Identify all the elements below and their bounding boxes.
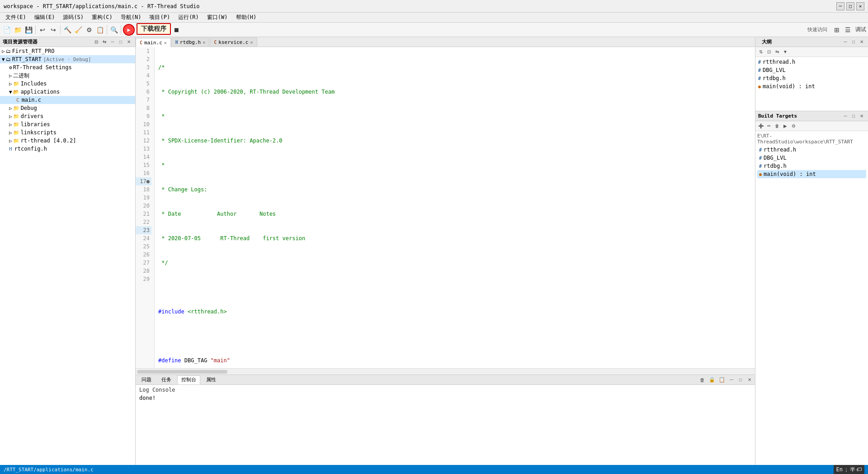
menu-edit[interactable]: 编辑(E) bbox=[31, 13, 59, 22]
menu-navigate[interactable]: 导航(N) bbox=[117, 13, 145, 22]
tree-item-applications[interactable]: ▼ 📂 applications bbox=[0, 88, 135, 96]
outline-close-button[interactable]: ✕ bbox=[858, 38, 865, 46]
minimize-button[interactable]: ─ bbox=[836, 2, 844, 10]
new-button[interactable]: 📄 bbox=[2, 25, 12, 35]
folder-icon-applications: 📂 bbox=[13, 89, 19, 95]
bt-delete-button[interactable]: 🗑 bbox=[774, 123, 781, 130]
tree-item-linkscripts[interactable]: ▷ 📁 linkscripts bbox=[0, 128, 135, 137]
bt-item-rtthread-h[interactable]: # rtthread.h bbox=[757, 146, 866, 154]
clean-button[interactable]: 🧹 bbox=[73, 25, 83, 35]
tree-item-binary[interactable]: ▷ 二进制 bbox=[0, 71, 135, 80]
tree-item-drivers[interactable]: ▷ 📁 drivers bbox=[0, 112, 135, 120]
console-scroll-lock-button[interactable]: 🔒 bbox=[708, 376, 716, 384]
line-num-15: 15 bbox=[136, 161, 151, 169]
settings-button[interactable]: ⚙ bbox=[84, 25, 94, 35]
debug-pause-button[interactable]: ⏸ bbox=[160, 25, 170, 35]
outline-hide-button[interactable]: ⊡ bbox=[765, 48, 773, 56]
outline-link-button[interactable]: ⇆ bbox=[774, 48, 781, 56]
menu-refactor[interactable]: 重构(C) bbox=[88, 13, 116, 22]
tab-close-main-c[interactable]: ✕ bbox=[164, 40, 167, 45]
undo-button[interactable]: ↩ bbox=[38, 25, 47, 35]
outline-filter-button[interactable]: ▼ bbox=[782, 48, 789, 56]
build-button[interactable]: 🔨 bbox=[62, 25, 72, 35]
tree-item-includes[interactable]: ▷ 📁 Includes bbox=[0, 80, 135, 88]
tree-item-libraries[interactable]: ▷ 📁 libraries bbox=[0, 120, 135, 128]
code-editor[interactable]: 1 2 3 4 5 6 7 8 9 10 11 12 13 14 bbox=[136, 47, 755, 368]
tab-kservice-c[interactable]: C kservice.c ✕ bbox=[210, 38, 257, 47]
tab-outline[interactable]: 大纲 bbox=[758, 38, 775, 46]
bottom-tab-console[interactable]: 控制台 bbox=[177, 375, 200, 384]
tree-item-rt-settings[interactable]: ⚙ RT-Thread Settings bbox=[0, 63, 135, 71]
code-content[interactable]: /* * Copyright (c) 2006-2020, RT-Thread … bbox=[155, 47, 755, 368]
close-button[interactable]: ✕ bbox=[856, 2, 864, 10]
bt-item-rtdbg-h[interactable]: # rtdbg.h bbox=[757, 162, 866, 170]
menu-help[interactable]: 帮助(H) bbox=[232, 13, 260, 22]
line-num-1: 1 bbox=[136, 47, 151, 55]
bottom-tab-properties[interactable]: 属性 bbox=[202, 375, 220, 384]
bt-close-button[interactable]: ✕ bbox=[858, 113, 865, 120]
bottom-tab-problems[interactable]: 问题 bbox=[137, 375, 156, 384]
bt-minimize-button[interactable]: ─ bbox=[842, 113, 849, 120]
view-button[interactable]: ☰ bbox=[843, 25, 853, 35]
link-editor-button[interactable]: ⇆ bbox=[101, 38, 108, 46]
menu-window[interactable]: 窗口(W) bbox=[203, 13, 231, 22]
tree-item-rtt-start[interactable]: ▼ 🗂 RTT_START [Active · Debug] bbox=[0, 55, 135, 63]
line-num-11: 11 bbox=[136, 128, 151, 137]
tree-item-rt-thread[interactable]: ▷ 📁 rt-thread [4.0.2] bbox=[0, 137, 135, 145]
build-targets-title: Build Targets bbox=[758, 113, 797, 119]
outline-sort-button[interactable]: ⇅ bbox=[757, 48, 764, 56]
perspective-button[interactable]: ⊞ bbox=[832, 25, 842, 35]
tree-item-main-c[interactable]: C main.c bbox=[0, 96, 135, 104]
tab-close-kservice-c[interactable]: ✕ bbox=[250, 40, 253, 45]
properties-button[interactable]: 📋 bbox=[95, 25, 105, 35]
debug-stop-button[interactable]: ⏹ bbox=[171, 25, 181, 35]
outline-item-rtthread-h[interactable]: # rtthread.h bbox=[756, 58, 867, 66]
line-num-16: 16 bbox=[136, 169, 151, 177]
bt-edit-button[interactable]: ✏ bbox=[765, 123, 773, 130]
close-panel-button[interactable]: ✕ bbox=[125, 38, 132, 46]
tab-rtdbg-h[interactable]: H rtdbg.h ✕ bbox=[171, 38, 209, 47]
minimize-panel-button[interactable]: ─ bbox=[109, 38, 116, 46]
redo-button[interactable]: ↪ bbox=[48, 25, 58, 35]
console-copy-button[interactable]: 📋 bbox=[718, 376, 726, 384]
tab-main-c[interactable]: C main.c ✕ bbox=[136, 38, 171, 47]
outline-item-main-fn[interactable]: ● main(void) : int bbox=[756, 82, 867, 90]
bottom-tab-tasks[interactable]: 任务 bbox=[157, 375, 175, 384]
tree-item-first-rtt-pro[interactable]: ▷ 🗂 First_RTT_PRO bbox=[0, 47, 135, 55]
bt-new-button[interactable]: ➕ bbox=[757, 123, 764, 130]
console-close-button[interactable]: ✕ bbox=[746, 376, 753, 384]
bt-maximize-button[interactable]: □ bbox=[850, 113, 857, 120]
bt-item-main-fn[interactable]: ● main(void) : int bbox=[757, 170, 866, 178]
search-button[interactable]: 🔍 bbox=[109, 25, 119, 35]
bt-path: E\RT-ThreadStudio\workspace\RTT_START bbox=[757, 133, 866, 145]
run-download-button[interactable]: ▶ bbox=[123, 24, 135, 36]
outline-maximize-button[interactable]: □ bbox=[850, 38, 857, 46]
console-maximize-button[interactable]: □ bbox=[737, 376, 744, 384]
maximize-panel-button[interactable]: □ bbox=[117, 38, 124, 46]
tree-item-rtconfig[interactable]: H rtconfig.h bbox=[0, 145, 135, 153]
debug-play-button[interactable]: ▶ bbox=[150, 25, 160, 35]
outline-minimize-button[interactable]: ─ bbox=[842, 38, 849, 46]
editor-hscroll[interactable] bbox=[136, 368, 755, 374]
save-button[interactable]: 💾 bbox=[24, 25, 33, 35]
menu-file[interactable]: 文件(E) bbox=[2, 13, 30, 22]
input-method-badge[interactable]: En ； 半 🏷 bbox=[834, 465, 864, 474]
open-button[interactable]: 📁 bbox=[13, 25, 23, 35]
console-clear-button[interactable]: 🗑 bbox=[698, 376, 706, 384]
tree-item-debug[interactable]: ▷ 📁 Debug bbox=[0, 104, 135, 112]
bt-run-button[interactable]: ▶ bbox=[782, 123, 789, 130]
debug-prev-button[interactable]: ⏮ bbox=[139, 25, 149, 35]
outline-icon-dbg-lvl: # bbox=[758, 68, 761, 73]
tab-close-rtdbg-h[interactable]: ✕ bbox=[203, 40, 205, 45]
maximize-button[interactable]: □ bbox=[846, 2, 854, 10]
console-minimize-button[interactable]: ─ bbox=[728, 376, 735, 384]
menu-run[interactable]: 运行(R) bbox=[175, 13, 203, 22]
outline-label-rtthread: rtthread.h bbox=[763, 59, 795, 65]
outline-item-rtdbg-h[interactable]: # rtdbg.h bbox=[756, 74, 867, 82]
bt-item-dbg-lvl[interactable]: # DBG_LVL bbox=[757, 154, 866, 162]
menu-source[interactable]: 源码(S) bbox=[59, 13, 87, 22]
outline-item-dbg-lvl[interactable]: # DBG_LVL bbox=[756, 66, 867, 74]
menu-project[interactable]: 项目(P) bbox=[146, 13, 174, 22]
bt-settings-button[interactable]: ⚙ bbox=[790, 123, 797, 130]
collapse-all-button[interactable]: ⊟ bbox=[93, 38, 100, 46]
